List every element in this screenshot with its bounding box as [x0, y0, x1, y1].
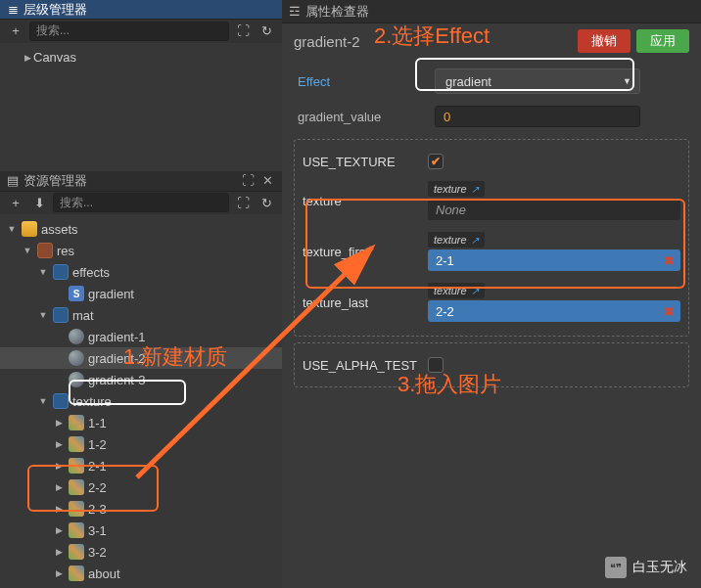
gradient-value-row: gradient_value 0: [290, 100, 693, 133]
download-icon[interactable]: ⬇: [29, 193, 49, 212]
texture-type-tag: texture↗: [428, 283, 485, 298]
wechat-icon: ❝❞: [605, 557, 627, 578]
image-icon: [69, 436, 84, 452]
folder-icon: [37, 243, 53, 258]
tree-item-effects[interactable]: ▼effects: [0, 261, 282, 283]
tree-item-2-3[interactable]: ▶2-3: [0, 498, 282, 520]
assets-search[interactable]: 搜索...: [53, 193, 229, 212]
use-texture-group: USE_TEXTURE ✔ texture texture↗ None text…: [294, 139, 689, 337]
inspector-panel-title: 属性检查器: [305, 3, 369, 21]
texture-first-slot[interactable]: 2-1✖: [428, 249, 680, 271]
tree-item-gradient-2[interactable]: gradient-2: [0, 347, 282, 369]
effect-dropdown[interactable]: gradient ▼: [435, 68, 640, 94]
tree-label: 1-1: [88, 416, 107, 430]
expand-icon[interactable]: ⛶: [239, 172, 257, 190]
tree-label: assets: [41, 222, 78, 237]
hierarchy-search[interactable]: 搜索...: [29, 22, 229, 41]
inspector-title-row: gradient-2 撤销 应用: [290, 23, 693, 63]
material-icon: [69, 372, 84, 387]
tree-item-2-2[interactable]: ▶2-2: [0, 476, 282, 498]
tree-item-1-1[interactable]: ▶1-1: [0, 412, 282, 433]
effect-row: Effect gradient ▼: [290, 63, 693, 100]
image-icon: [69, 501, 84, 517]
hierarchy-panel-header: ≣ 层级管理器: [0, 0, 282, 20]
link-icon: ↗: [471, 286, 479, 296]
material-icon: [69, 329, 84, 344]
refresh-icon[interactable]: ↻: [257, 22, 276, 41]
tree-item-about[interactable]: ▶about: [0, 563, 282, 584]
clear-icon[interactable]: ✖: [664, 253, 675, 268]
inspector-header: ☲ 属性检查器: [282, 0, 701, 23]
left-column: ≣ 层级管理器 + 搜索... ⛶ ↻ ▶ Canvas ▤ 资源管理器 ⛶ ✕…: [0, 0, 282, 588]
clear-icon[interactable]: ✖: [664, 304, 675, 319]
tree-item-gradient-3[interactable]: gradient-3: [0, 369, 282, 390]
collapse-icon[interactable]: ⛶: [233, 193, 253, 212]
assets-panel-header: ▤ 资源管理器 ⛶ ✕: [0, 171, 282, 191]
material-name: gradient-2: [294, 33, 360, 50]
tree-item-mat[interactable]: ▼mat: [0, 304, 282, 326]
link-icon: ↗: [471, 235, 479, 246]
texture-type-tag: texture↗: [428, 232, 485, 248]
hierarchy-toolbar: + 搜索... ⛶ ↻: [0, 20, 282, 42]
tree-label: texture: [72, 394, 112, 409]
tree-label: 3-2: [88, 545, 107, 560]
material-icon: [69, 350, 84, 366]
hierarchy-item-label: Canvas: [33, 50, 76, 65]
undo-button[interactable]: 撤销: [578, 29, 631, 53]
watermark-text: 白玉无冰: [632, 559, 687, 576]
add-button[interactable]: +: [6, 22, 25, 41]
assets-icon: ▤: [6, 174, 20, 188]
use-alpha-test-label: USE_ALPHA_TEST: [303, 358, 428, 373]
image-icon: [69, 522, 84, 538]
tree-label: res: [57, 244, 74, 258]
gradient-value-label: gradient_value: [298, 110, 425, 124]
tree-item-2-1[interactable]: ▶2-1: [0, 455, 282, 476]
use-alpha-test-group: USE_ALPHA_TEST: [294, 342, 689, 387]
apply-button[interactable]: 应用: [636, 29, 689, 53]
hierarchy-title: 层级管理器: [23, 1, 87, 19]
tree-label: mat: [72, 308, 94, 323]
add-asset-button[interactable]: +: [6, 193, 25, 212]
tree-item-3-1[interactable]: ▶3-1: [0, 520, 282, 541]
tree-item-texture[interactable]: ▼texture: [0, 390, 282, 412]
assets-tree: ▼assets ▼res ▼effects Sgradient ▼mat gra…: [0, 214, 282, 588]
tree-item-assets[interactable]: ▼assets: [0, 218, 282, 240]
tree-item-3-2[interactable]: ▶3-2: [0, 541, 282, 563]
folder-icon: [53, 307, 69, 323]
use-texture-checkbox[interactable]: ✔: [428, 154, 444, 169]
tree-item-res[interactable]: ▼res: [0, 240, 282, 261]
collapse-icon[interactable]: ⛶: [233, 22, 253, 41]
watermark: ❝❞ 白玉无冰: [605, 557, 687, 578]
tree-label: gradient-3: [88, 373, 146, 387]
image-icon: [69, 415, 84, 430]
gradient-value-input[interactable]: 0: [435, 106, 640, 127]
texture-type-tag: texture↗: [428, 181, 485, 197]
close-icon[interactable]: ✕: [258, 172, 276, 190]
tree-item-1-2[interactable]: ▶1-2: [0, 433, 282, 455]
inspector-panel: ☲ 属性检查器 gradient-2 撤销 应用 Effect gradient…: [282, 0, 701, 588]
texture-last-slot[interactable]: 2-2✖: [428, 300, 680, 322]
shader-icon: S: [69, 286, 84, 301]
image-icon: [69, 544, 84, 560]
tree-label: gradient-1: [88, 330, 146, 344]
image-icon: [69, 565, 84, 581]
refresh-icon[interactable]: ↻: [257, 193, 276, 212]
tree-label: gradient-2: [88, 351, 146, 366]
hierarchy-item-canvas[interactable]: ▶ Canvas: [0, 47, 282, 68]
image-icon: [69, 479, 84, 495]
tree-item-gradient-1[interactable]: gradient-1: [0, 326, 282, 347]
assets-toolbar: + ⬇ 搜索... ⛶ ↻: [0, 192, 282, 214]
folder-icon: [53, 264, 69, 280]
assets-title: 资源管理器: [23, 172, 87, 190]
use-alpha-test-checkbox[interactable]: [428, 357, 444, 373]
tree-item-gradient-shader[interactable]: Sgradient: [0, 283, 282, 304]
effect-value: gradient: [445, 74, 491, 89]
chevron-down-icon: ▼: [623, 76, 631, 86]
inspector-icon: ☲: [288, 5, 302, 19]
database-icon: [22, 221, 37, 237]
effect-label: Effect: [298, 74, 425, 89]
tree-label: 1-2: [88, 437, 107, 452]
texture-slot[interactable]: None: [428, 199, 680, 220]
tree-label: gradient: [88, 287, 134, 301]
tree-label: 2-1: [88, 459, 107, 474]
